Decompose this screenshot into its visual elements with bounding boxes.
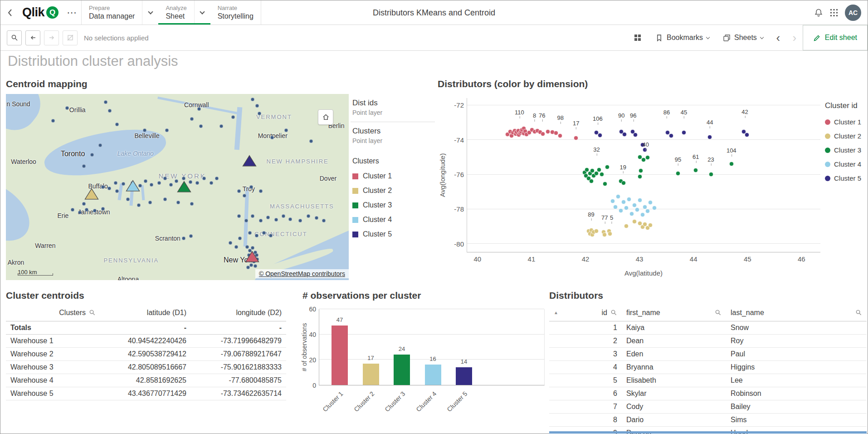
- scatter-point[interactable]: [645, 155, 650, 160]
- scatter-point[interactable]: [648, 200, 653, 205]
- distributor-point[interactable]: [82, 202, 86, 206]
- distributor-point[interactable]: [202, 177, 206, 180]
- scatter-point[interactable]: [633, 133, 638, 137]
- scatter-point[interactable]: [621, 181, 626, 185]
- scatter-point[interactable]: [745, 133, 749, 137]
- column-header-latitude[interactable]: latitude (D1): [100, 305, 191, 321]
- distributor-point[interactable]: [238, 237, 242, 240]
- table-cell[interactable]: Warehouse 1: [6, 334, 100, 347]
- distributor-point[interactable]: [237, 189, 241, 193]
- scatter-point[interactable]: [693, 168, 698, 173]
- table-cell[interactable]: Paul: [726, 347, 867, 360]
- table-row[interactable]: 7CodyBailey: [549, 400, 867, 413]
- next-sheet-button[interactable]: ›: [786, 32, 803, 44]
- distributor-point[interactable]: [51, 119, 55, 123]
- distributor-point[interactable]: [182, 237, 185, 240]
- app-launcher-button[interactable]: [829, 8, 839, 17]
- scatter-point[interactable]: [638, 198, 642, 202]
- table-row[interactable]: 4BryannaHiggins: [549, 360, 867, 374]
- scatter-point[interactable]: [652, 206, 657, 210]
- table-row[interactable]: Warehouse 242.590538729412-79.0678892176…: [6, 347, 286, 360]
- table-row[interactable]: Warehouse 442.8581692625-77.6800485875: [6, 374, 286, 387]
- scatter-point[interactable]: [669, 133, 673, 138]
- distributor-point[interactable]: [107, 187, 111, 190]
- edit-sheet-button[interactable]: Edit sheet: [803, 25, 868, 50]
- distributor-point[interactable]: [137, 203, 141, 207]
- distributor-point[interactable]: [245, 245, 249, 249]
- bar-plot-area[interactable]: 4717241614: [319, 309, 545, 385]
- table-cell[interactable]: Skylar: [622, 387, 726, 400]
- scatter-point[interactable]: [574, 136, 578, 140]
- table-cell[interactable]: 40.945422240426: [100, 334, 191, 347]
- scatter-point[interactable]: [629, 212, 634, 216]
- scatter-point[interactable]: [622, 132, 627, 137]
- scatter-point[interactable]: [682, 130, 686, 135]
- search-icon[interactable]: [715, 309, 722, 316]
- table-cell[interactable]: Robinson: [726, 387, 867, 400]
- column-header-last-name[interactable]: last_name: [726, 305, 867, 321]
- centroid-triangle[interactable]: [177, 180, 192, 193]
- scatter-point[interactable]: [635, 207, 639, 212]
- table-cell[interactable]: -75.901621883333: [191, 360, 286, 374]
- distributor-point[interactable]: [169, 183, 173, 187]
- table-cell[interactable]: Warehouse 4: [6, 374, 100, 387]
- scatter-point[interactable]: [594, 229, 599, 233]
- distributor-point[interactable]: [298, 219, 302, 222]
- table-cell[interactable]: Bryanna: [622, 360, 726, 374]
- distributor-point[interactable]: [82, 164, 86, 168]
- distributor-point[interactable]: [143, 128, 146, 132]
- table-cell[interactable]: 5: [549, 374, 622, 387]
- table-row[interactable]: Warehouse 543.436770771429-73.7346226357…: [6, 387, 286, 400]
- distributor-point[interactable]: [90, 153, 94, 157]
- previous-sheet-button[interactable]: ‹: [770, 32, 786, 44]
- distributor-point[interactable]: [199, 124, 203, 128]
- distributor-point[interactable]: [255, 104, 259, 108]
- table-cell[interactable]: -77.6800485875: [191, 374, 286, 387]
- scatter-legend-item[interactable]: Cluster 3: [825, 143, 868, 157]
- scatter-point[interactable]: [707, 135, 712, 139]
- column-header-clusters[interactable]: Clusters: [6, 305, 100, 321]
- scatter-point[interactable]: [558, 133, 562, 138]
- chevron-down-icon[interactable]: [142, 0, 158, 25]
- distributor-point[interactable]: [262, 231, 266, 235]
- table-cell[interactable]: 42.805089516667: [100, 360, 191, 374]
- table-cell[interactable]: 42.8581692625: [100, 374, 191, 387]
- distributor-point[interactable]: [248, 231, 252, 235]
- table-row[interactable]: 5ElisabethLee: [549, 374, 867, 387]
- map-home-button[interactable]: [318, 109, 333, 125]
- distributor-point[interactable]: [101, 207, 105, 211]
- scatter-point[interactable]: [648, 223, 653, 227]
- distributor-point[interactable]: [163, 177, 167, 180]
- user-avatar[interactable]: AC: [845, 5, 861, 21]
- scatter-point[interactable]: [627, 197, 631, 202]
- search-icon[interactable]: [855, 309, 862, 316]
- table-cell[interactable]: Kaiya: [622, 321, 726, 334]
- distributor-point[interactable]: [197, 107, 201, 111]
- smart-search-button[interactable]: [7, 30, 22, 45]
- nav-prepare[interactable]: Prepare Data manager: [82, 0, 158, 25]
- distributor-point[interactable]: [104, 100, 107, 104]
- distributor-point[interactable]: [190, 202, 194, 206]
- distributor-point[interactable]: [251, 246, 254, 250]
- distributor-point[interactable]: [258, 112, 261, 115]
- search-icon[interactable]: [610, 309, 617, 316]
- table-cell[interactable]: Eden: [622, 347, 726, 360]
- distributor-point[interactable]: [126, 197, 130, 201]
- distributor-point[interactable]: [114, 181, 117, 185]
- more-options-button[interactable]: ⋯: [62, 0, 81, 25]
- table-cell[interactable]: Warehouse 3: [6, 360, 100, 374]
- bar[interactable]: [456, 367, 472, 385]
- distributor-point[interactable]: [315, 216, 318, 220]
- table-cell[interactable]: 8: [549, 413, 622, 426]
- map-legend-item[interactable]: Cluster 4: [351, 212, 435, 227]
- layer-clusters[interactable]: Clusters Point layer: [351, 122, 435, 150]
- search-icon[interactable]: [89, 309, 96, 316]
- selections-step-back-button[interactable]: [25, 30, 40, 45]
- table-cell[interactable]: Lee: [726, 374, 867, 387]
- table-row[interactable]: 3EdenPaul: [549, 347, 867, 360]
- scatter-point[interactable]: [632, 219, 637, 224]
- table-cell[interactable]: Snow: [726, 321, 867, 334]
- distributor-point[interactable]: [101, 185, 105, 189]
- table-cell[interactable]: Sims: [726, 413, 867, 426]
- scatter-point[interactable]: [641, 158, 646, 162]
